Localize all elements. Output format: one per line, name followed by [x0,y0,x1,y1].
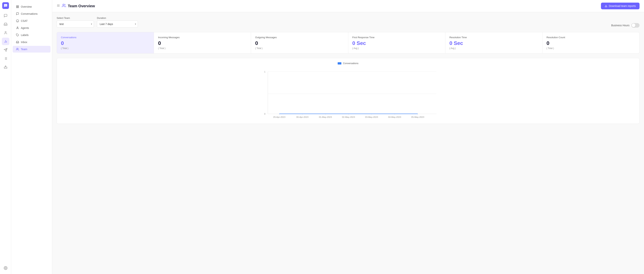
sidebar-item-agents[interactable]: Agents [13,24,50,31]
stat-card-conversations[interactable]: Conversations 0 ( Total ) [57,32,154,53]
x-label-3: 02-May-2023 [342,116,355,118]
stat-value-resolution-time: 0 Sec [450,40,538,46]
nav-icon-settings[interactable] [2,264,9,272]
stat-card-first-response[interactable]: First Response Time 0 Sec ( Avg ) [348,32,445,53]
svg-point-1 [5,5,6,6]
sidebar-label-csat: CSAT [21,20,28,22]
stat-sub-first-response: ( Avg ) [352,47,441,50]
stat-sub-conversations: ( Total ) [61,47,150,50]
svg-rect-19 [16,6,17,6]
chart-svg: 1 0 29-Apr-2023 30-Apr-2023 01-May-2023 … [60,68,636,120]
stat-title-outgoing: Outgoing Messages [255,36,344,39]
x-label-4: 03-May-2023 [365,116,378,118]
chart-container: 1 0 29-Apr-2023 30-Apr-2023 01-May-2023 … [60,68,636,120]
team-filter-label: Select Team [57,16,94,20]
main-content: Team Overview Download team reports Sele… [52,0,644,274]
nav-icon-list[interactable] [2,55,9,62]
team-select-wrapper: test ▾ [57,20,94,28]
page-title: Team Overview [68,4,95,8]
stat-card-outgoing[interactable]: Outgoing Messages 0 ( Total ) [251,32,348,53]
stat-value-resolution-count: 0 [546,40,635,46]
x-label-2: 01-May-2023 [319,116,332,118]
svg-point-14 [5,66,6,66]
page-header: Team Overview Download team reports [52,0,644,12]
stat-title-resolution-count: Resolution Count [546,36,635,39]
svg-point-32 [63,4,64,6]
business-hours-toggle[interactable] [631,23,640,28]
business-hours-label: Business Hours [611,24,630,27]
sidebar-label-overview: Overview [21,5,32,8]
chart-area: Conversations 1 0 29-Apr-2023 30-Apr-202… [57,58,640,124]
svg-rect-22 [16,7,17,8]
stat-title-resolution-time: Resolution Time [450,36,538,39]
duration-filter-group: Duration Last 7 days Last 30 days ▾ [97,16,138,28]
sidebar-label-team: Team [21,48,27,51]
content-area: Select Team test ▾ Duration Last 7 days … [52,12,644,274]
stat-card-resolution-time[interactable]: Resolution Time 0 Sec ( Avg ) [445,32,542,53]
chart-legend: Conversations [60,62,636,65]
legend-label-conversations: Conversations [343,62,358,65]
sidebar-label-conversations: Conversations [21,12,38,15]
sidebar-label-agents: Agents [21,26,29,30]
page-header-icon [62,4,66,8]
sidebar-item-inbox[interactable]: Inbox [13,39,50,46]
nav-icon-reports[interactable] [2,38,9,45]
stat-title-conversations: Conversations [61,36,150,39]
download-button[interactable]: Download team reports [601,2,640,9]
menu-icon[interactable] [57,4,60,8]
svg-rect-20 [18,6,19,6]
svg-point-2 [6,5,6,6]
y-axis-min: 0 [264,112,266,115]
download-button-label: Download team reports [609,4,636,8]
duration-select-wrapper: Last 7 days Last 30 days ▾ [97,20,138,28]
svg-rect-21 [18,7,19,8]
duration-filter-label: Duration [97,16,138,20]
sidebar-label-inbox: Inbox [21,41,27,44]
stats-grid: Conversations 0 ( Total ) Incoming Messa… [57,32,640,54]
sidebar-item-team[interactable]: Team [13,46,50,52]
x-label-1: 30-Apr-2023 [296,116,308,118]
app-logo [2,2,9,9]
filter-row: Select Team test ▾ Duration Last 7 days … [57,16,640,28]
nav-icon-bot[interactable] [2,63,9,71]
stat-title-incoming: Incoming Messages [158,36,247,39]
icon-navigation [0,0,11,274]
stat-card-resolution-count[interactable]: Resolution Count 0 ( Total ) [542,32,639,53]
stat-sub-resolution-time: ( Avg ) [450,47,538,50]
svg-point-26 [17,27,18,28]
header-left: Team Overview [57,4,95,8]
svg-point-23 [16,20,19,22]
sidebar-item-labels[interactable]: Labels [13,32,50,38]
nav-icon-inbox[interactable] [2,20,9,28]
svg-rect-13 [4,67,7,68]
toggle-knob [632,24,636,27]
sidebar-item-conversations[interactable]: Conversations [13,10,50,17]
duration-select[interactable]: Last 7 days Last 30 days [97,20,138,28]
nav-icon-chat[interactable] [2,12,9,20]
sidebar-item-overview[interactable]: Overview [13,3,50,10]
svg-point-28 [16,48,18,49]
legend-dot-conversations [338,62,342,64]
team-filter-group: Select Team test ▾ [57,16,94,28]
svg-point-0 [5,5,5,6]
nav-icon-contacts[interactable] [2,29,9,36]
stat-value-incoming: 0 [158,40,247,46]
business-hours-toggle-group: Business Hours [611,23,640,28]
stat-card-incoming[interactable]: Incoming Messages 0 ( Total ) [154,32,251,53]
stat-value-outgoing: 0 [255,40,344,46]
x-label-5: 04-May-2023 [388,116,401,118]
stat-sub-resolution-count: ( Total ) [546,47,635,50]
sidebar-label-labels: Labels [21,34,28,36]
svg-point-3 [5,32,6,33]
stat-value-first-response: 0 Sec [352,40,441,46]
stat-sub-incoming: ( Total ) [158,47,247,50]
sidebar: Overview Conversations CSAT Agents Label… [11,0,52,274]
nav-icon-campaigns[interactable] [2,46,9,54]
svg-point-18 [5,268,6,268]
stat-value-conversations: 0 [61,40,150,46]
y-axis-max: 1 [264,70,266,73]
team-select[interactable]: test [57,20,94,28]
stat-sub-outgoing: ( Total ) [255,47,344,50]
sidebar-item-csat[interactable]: CSAT [13,18,50,24]
stat-title-first-response: First Response Time [352,36,441,39]
